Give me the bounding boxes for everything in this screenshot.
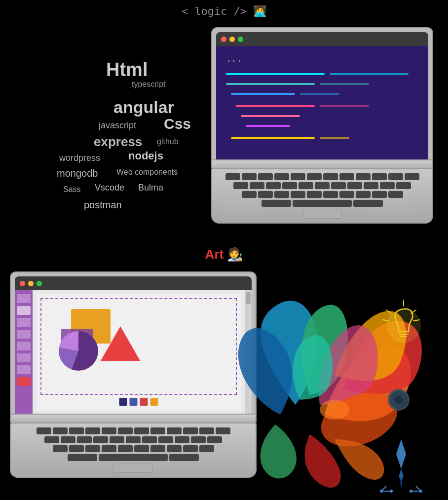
key [53,427,68,434]
key [225,173,240,180]
keyboard-row-2 [216,182,428,189]
touchpad [302,209,342,219]
key [323,191,338,198]
key [85,427,100,434]
code-line-7 [236,105,315,107]
logic-title-text: < logic /> [182,5,247,17]
tag-javascript: javascript [99,120,136,131]
key [331,182,346,189]
code-line-1 [226,73,325,75]
tag-css: Css [164,115,191,132]
tag-sass: Sass [63,185,81,194]
sidebar-item [17,342,31,350]
key [372,191,387,198]
key [242,173,257,180]
code-line-10 [246,125,290,127]
code-line-6 [300,93,339,95]
dot-green [37,281,42,286]
art-title-text: Art [205,247,224,262]
tag-wordpress: wordpress [59,153,100,163]
key [388,191,403,198]
key [242,191,257,198]
key [274,191,289,198]
key [44,436,59,443]
touchpad-area [15,463,252,473]
keyboard-row-3 [15,445,252,452]
dot-yellow [28,281,34,286]
key [169,454,199,461]
design-sidebar [15,290,33,414]
key [266,182,281,189]
key [118,427,133,434]
keyboard-rows [15,427,252,461]
key [102,427,116,434]
sidebar-item [17,294,31,303]
key [199,445,214,452]
code-screen: ... [216,46,428,159]
canvas-inner [40,298,237,395]
tag-webcomponents: Web components [116,168,178,177]
key [291,191,305,198]
key [307,173,322,180]
key [307,191,322,198]
key [216,427,230,434]
swatch-blue [130,398,138,406]
art-splash [236,267,448,494]
key [339,173,354,180]
key [315,182,330,189]
sidebar-item [17,330,31,339]
design-canvas [37,294,241,410]
key [274,173,289,180]
key-space [99,454,168,461]
tag-cloud: Html typescript angular javascript Css e… [10,25,207,232]
sidebar-item [17,353,31,362]
key [364,182,378,189]
key [102,445,116,452]
code-line-9 [241,115,300,117]
tag-bulma: Bulma [138,183,163,193]
dot-green [238,37,243,42]
key [282,182,297,189]
svg-marker-15 [399,469,404,481]
touchpad [113,463,153,473]
key [183,445,198,452]
key [299,182,313,189]
svg-point-1 [320,400,349,420]
tag-angular: angular [113,98,174,117]
tag-express: express [94,134,142,150]
keyboard-area [211,169,433,224]
dot-yellow [229,37,235,42]
design-screen-bar [15,276,252,290]
key [396,182,411,189]
keyboard-row-3 [216,191,428,198]
color-swatches [119,398,158,406]
svg-point-24 [419,490,422,493]
key [323,173,338,180]
svg-marker-16 [400,481,402,489]
key [61,436,75,443]
key [69,445,84,452]
code-line-2 [330,73,409,75]
key [356,191,371,198]
tag-mongodb: mongodb [57,168,98,179]
svg-marker-14 [396,439,406,469]
svg-point-13 [395,396,403,404]
art-title: Art 🧑‍🎨 [205,247,243,262]
sidebar-item [17,365,31,374]
key [199,427,214,434]
code-line-3 [226,83,315,85]
art-emoji: 🧑‍🎨 [227,247,243,262]
logic-emoji: 🧑‍💻 [253,5,266,17]
key [68,454,97,461]
sidebar-item [17,318,31,327]
key [258,173,273,180]
key [150,445,165,452]
code-line-8 [320,105,369,107]
key [258,191,273,198]
key [339,191,354,198]
keyboard-row-4 [216,200,428,207]
key [347,182,362,189]
sidebar-item [17,377,31,386]
key [134,445,149,452]
key [37,427,51,434]
